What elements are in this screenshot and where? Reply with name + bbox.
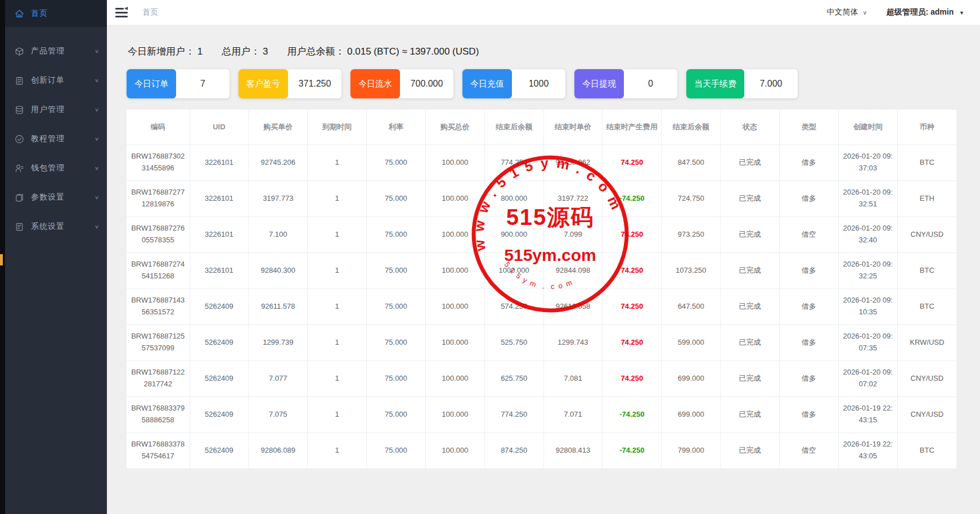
cell-fee: -74.250 bbox=[603, 396, 662, 432]
cell-type: 借多 bbox=[779, 181, 838, 217]
cell-expire-time: 1 bbox=[308, 145, 367, 181]
stat-total-users: 总用户： 3 bbox=[222, 45, 268, 58]
sidebar-item-6[interactable]: 参数设置 ∨ bbox=[5, 183, 107, 211]
table-row: BRW17688337854754617 5262409 92806.089 1… bbox=[127, 432, 956, 468]
column-header: 购买单价 bbox=[249, 110, 308, 145]
cell-balance-after-end: 973.250 bbox=[662, 217, 721, 253]
cell-balance-after-buy: 800.000 bbox=[484, 181, 543, 217]
cell-fee: 74.250 bbox=[603, 217, 662, 253]
sidebar-item-label: 参数设置 bbox=[31, 192, 95, 202]
cell-expire-time: 1 bbox=[308, 217, 367, 253]
cell-expire-time: 1 bbox=[308, 396, 367, 432]
cell-fee: -74.250 bbox=[603, 432, 662, 468]
sidebar-item-label: 首页 bbox=[31, 8, 99, 19]
cell-rate: 75.000 bbox=[367, 145, 426, 181]
stat-card: 客户盈亏 371.250 bbox=[239, 69, 341, 98]
cell-end-price: 92844.098 bbox=[543, 253, 603, 288]
cell-buy-total: 100.000 bbox=[425, 145, 484, 181]
stat-card: 今日提现 0 bbox=[574, 69, 677, 98]
sidebar-item-7[interactable]: 系统设置 ∨ bbox=[5, 213, 107, 241]
stat-card-value: 700.000 bbox=[400, 69, 453, 98]
sidebar-item-home[interactable]: 首页 bbox=[5, 0, 107, 27]
cell-buy-price: 7.100 bbox=[249, 217, 308, 253]
stat-card-value: 371.250 bbox=[288, 69, 341, 98]
cell-type: 借空 bbox=[779, 432, 838, 468]
cell-uid: 5262409 bbox=[190, 432, 249, 468]
cell-created-time: 2026-01-20 09:37:03 bbox=[838, 145, 897, 181]
column-header: UID bbox=[190, 110, 249, 145]
stat-total-balance: 用户总余额： 0.015 (BTC) ≈ 1397.000 (USD) bbox=[287, 45, 479, 58]
column-header: 利率 bbox=[367, 110, 426, 145]
cell-code: BRW17688727712819876 bbox=[127, 181, 190, 217]
sidebar-item-label: 创新订单 bbox=[31, 75, 95, 85]
orders-table-wrap: 编码UID购买单价到期时间利率购买总价结束后余额结束时单价结束时产生费用结束后余… bbox=[127, 110, 956, 469]
stat-card-label: 今日提现 bbox=[574, 69, 624, 98]
cell-buy-price: 7.077 bbox=[249, 360, 308, 396]
users-icon bbox=[14, 105, 24, 115]
cell-buy-total: 100.000 bbox=[425, 217, 484, 253]
cell-balance-after-end: 1073.250 bbox=[662, 253, 721, 288]
chevron-down-icon: ∨ bbox=[95, 136, 99, 142]
cell-balance-after-end: 799.000 bbox=[662, 432, 721, 468]
stat-card-value: 0 bbox=[624, 69, 677, 98]
sidebar-item-3[interactable]: 用户管理 ∨ bbox=[5, 96, 107, 124]
cell-end-price: 1299.743 bbox=[543, 324, 603, 360]
sidebar-item-4[interactable]: 教程管理 ∨ bbox=[5, 125, 107, 153]
tutorial-icon bbox=[14, 134, 24, 144]
cell-end-price: 7.071 bbox=[543, 396, 603, 432]
sidebar-item-5[interactable]: 钱包管理 ∨ bbox=[5, 154, 107, 182]
stat-card-label: 今日充值 bbox=[462, 69, 512, 98]
sidebar-item-2[interactable]: 创新订单 ∨ bbox=[5, 66, 107, 94]
table-row: BRW17688714356351572 5262409 92611.578 1… bbox=[127, 288, 956, 324]
column-header: 结束时单价 bbox=[543, 110, 603, 145]
cell-balance-after-buy: 874.250 bbox=[484, 432, 543, 468]
cell-created-time: 2026-01-20 09:32:40 bbox=[838, 217, 897, 253]
cell-buy-price: 7.075 bbox=[249, 396, 308, 432]
cell-fee: -74.250 bbox=[603, 181, 662, 217]
cell-type: 借多 bbox=[779, 145, 838, 181]
topbar: 首页 中文简体 ∨ 超级管理员: admin ▼ bbox=[107, 0, 980, 25]
chevron-down-icon: ∨ bbox=[95, 224, 99, 229]
cell-balance-after-buy: 774.250 bbox=[484, 145, 543, 181]
stat-card: 今日流水 700.000 bbox=[350, 69, 453, 98]
caret-down-icon: ▼ bbox=[959, 10, 964, 16]
cell-end-price: 92750.062 bbox=[543, 145, 603, 181]
cell-fee: 74.250 bbox=[603, 253, 662, 288]
stat-card: 今日充值 1000 bbox=[462, 69, 565, 98]
collapse-menu-icon[interactable] bbox=[115, 7, 128, 17]
stat-card-label: 当天手续费 bbox=[686, 69, 744, 98]
cell-uid: 3226101 bbox=[190, 145, 249, 181]
table-row: BRW17688727454151268 3226101 92840.300 1… bbox=[127, 253, 956, 288]
chevron-down-icon: ∨ bbox=[95, 165, 99, 171]
sidebar: 首页 产品管理 ∨ 创新订单 ∨ 用户管理 ∨ 教程管理 ∨ 钱包管理 ∨ 参数… bbox=[5, 0, 107, 514]
cell-code: BRW17688727454151268 bbox=[127, 253, 190, 288]
system-icon bbox=[14, 222, 24, 232]
column-header: 结束后余额 bbox=[484, 110, 543, 145]
column-header: 购买总价 bbox=[425, 110, 484, 145]
chevron-down-icon: ∨ bbox=[95, 195, 99, 200]
stat-cards-row: 今日订单 7 客户盈亏 371.250 今日流水 700.000 今日充值 10… bbox=[127, 69, 956, 98]
sidebar-item-label: 系统设置 bbox=[31, 222, 95, 232]
admin-menu[interactable]: 超级管理员: admin ▼ bbox=[886, 7, 964, 17]
orders-icon bbox=[14, 75, 24, 85]
cell-created-time: 2026-01-20 09:10:35 bbox=[838, 288, 897, 324]
cell-rate: 75.000 bbox=[367, 432, 426, 468]
breadcrumb[interactable]: 首页 bbox=[142, 7, 158, 17]
cell-status: 已完成 bbox=[721, 253, 780, 288]
stat-card-value: 7.000 bbox=[744, 69, 798, 98]
sidebar-item-1[interactable]: 产品管理 ∨ bbox=[5, 37, 107, 65]
stat-card-value: 1000 bbox=[512, 69, 565, 98]
chevron-down-icon: ∨ bbox=[95, 107, 99, 112]
cell-rate: 75.000 bbox=[367, 360, 426, 396]
cell-coin: ETH bbox=[897, 181, 956, 217]
cell-balance-after-end: 724.750 bbox=[662, 181, 721, 217]
cell-code: BRW17688714356351572 bbox=[127, 288, 190, 324]
cell-buy-total: 100.000 bbox=[425, 324, 484, 360]
cell-type: 借多 bbox=[779, 288, 838, 324]
cell-fee: 74.250 bbox=[603, 324, 662, 360]
language-selector[interactable]: 中文简体 ∨ bbox=[826, 7, 867, 17]
cell-balance-after-end: 699.000 bbox=[662, 396, 721, 432]
cell-coin: BTC bbox=[897, 253, 956, 288]
cell-rate: 75.000 bbox=[367, 217, 426, 253]
cell-code: BRW17688712557537099 bbox=[127, 324, 190, 360]
